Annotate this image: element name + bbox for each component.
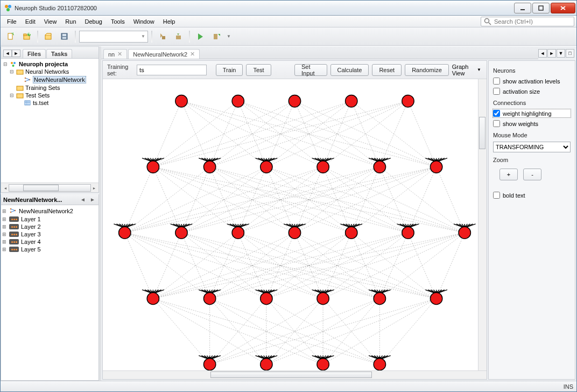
panel-nav-right-icon[interactable]: ► bbox=[12, 50, 20, 57]
svg-point-173 bbox=[288, 95, 300, 107]
show-weights-checkbox[interactable]: show weights bbox=[493, 120, 571, 128]
svg-point-198 bbox=[374, 358, 385, 370]
menu-window[interactable]: Window bbox=[129, 17, 159, 26]
svg-point-181 bbox=[430, 161, 442, 173]
clean-build-button[interactable] bbox=[172, 30, 186, 44]
show-activation-levels-checkbox[interactable]: show activation levels bbox=[493, 77, 571, 85]
tree-project-root[interactable]: Neuroph projecta bbox=[3, 60, 97, 68]
layer-icon bbox=[9, 216, 19, 222]
navigator-layer[interactable]: Layer 2 bbox=[2, 223, 97, 230]
svg-point-2 bbox=[6, 8, 10, 11]
status-bar: INS bbox=[1, 381, 576, 391]
window-minimize-button[interactable] bbox=[514, 3, 531, 13]
svg-point-20 bbox=[13, 62, 16, 64]
zoom-out-button[interactable]: - bbox=[523, 169, 541, 180]
tree-test-sets[interactable]: Test Sets bbox=[10, 92, 97, 99]
editor-tab-newneuralnetwork2[interactable]: NewNeuralNetwork2✕ bbox=[128, 49, 200, 59]
search-input[interactable] bbox=[494, 18, 572, 25]
files-tab[interactable]: Files bbox=[23, 49, 46, 58]
svg-rect-9 bbox=[24, 34, 26, 36]
menu-bar: File Edit View Run Debug Tools Window He… bbox=[1, 16, 576, 27]
project-tree-hscroll[interactable] bbox=[1, 183, 98, 192]
new-file-button[interactable]: + bbox=[4, 30, 18, 44]
randomize-button[interactable]: Randomize bbox=[405, 64, 449, 76]
menu-run[interactable]: Run bbox=[61, 17, 80, 26]
chevron-down-icon: ▼ bbox=[477, 67, 481, 72]
canvas-vscrollbar[interactable] bbox=[478, 79, 487, 379]
train-button[interactable]: Train bbox=[216, 64, 243, 76]
toolbar-separator bbox=[189, 31, 190, 43]
bold-text-checkbox[interactable]: bold text bbox=[493, 191, 571, 199]
svg-rect-16 bbox=[162, 36, 165, 39]
test-button[interactable]: Test bbox=[246, 64, 271, 76]
menu-help[interactable]: Help bbox=[159, 17, 180, 26]
set-input-button[interactable]: Set Input bbox=[294, 64, 327, 76]
svg-point-190 bbox=[203, 292, 215, 304]
mouse-mode-select[interactable]: TRANSFORMING bbox=[493, 142, 571, 152]
menu-tools[interactable]: Tools bbox=[107, 17, 129, 26]
project-tree[interactable]: Neuroph projecta Neural Networks NewNeur… bbox=[1, 59, 98, 183]
config-combo[interactable]: ▼ bbox=[79, 31, 148, 43]
tabs-scroll-right-icon[interactable]: ► bbox=[547, 49, 556, 58]
close-tab-icon[interactable]: ✕ bbox=[117, 51, 122, 58]
navigator-layer[interactable]: Layer 1 bbox=[2, 215, 97, 223]
layer-icon bbox=[9, 232, 19, 237]
search-box[interactable] bbox=[481, 17, 574, 26]
svg-rect-17 bbox=[176, 36, 181, 39]
folder-icon bbox=[16, 68, 24, 75]
neural-net-icon bbox=[9, 207, 17, 215]
svg-point-171 bbox=[175, 95, 187, 107]
menu-debug[interactable]: Debug bbox=[81, 17, 107, 26]
navigator-layer[interactable]: Layer 4 bbox=[2, 238, 97, 246]
navigator-tree[interactable]: NewNeuralNetwork2 Layer 1 Layer 2 Layer … bbox=[1, 205, 98, 255]
reset-button[interactable]: Reset bbox=[372, 64, 402, 76]
save-all-button[interactable] bbox=[58, 30, 72, 44]
weight-highlighting-checkbox[interactable]: weight highlighting bbox=[493, 109, 571, 117]
svg-point-184 bbox=[232, 227, 244, 239]
svg-point-174 bbox=[346, 95, 357, 107]
close-tab-icon[interactable]: ✕ bbox=[190, 51, 195, 58]
svg-point-183 bbox=[175, 227, 187, 239]
svg-rect-15 bbox=[62, 37, 66, 39]
tabs-scroll-left-icon[interactable]: ◄ bbox=[538, 49, 547, 58]
svg-point-178 bbox=[261, 161, 272, 173]
svg-rect-27 bbox=[17, 94, 23, 98]
navigator-root[interactable]: NewNeuralNetwork2 bbox=[2, 207, 97, 215]
run-button[interactable] bbox=[193, 30, 207, 44]
tree-nn-file[interactable]: NewNeuralNetwork bbox=[17, 75, 97, 84]
svg-point-192 bbox=[317, 292, 329, 304]
panel-nav-left-icon[interactable]: ◄ bbox=[79, 196, 87, 204]
tabs-dropdown-icon[interactable]: ▼ bbox=[557, 49, 565, 58]
activation-size-checkbox[interactable]: activation size bbox=[493, 87, 571, 95]
editor-tab-nn[interactable]: nn✕ bbox=[103, 49, 127, 59]
panel-nav-left-icon[interactable]: ◄ bbox=[3, 50, 12, 57]
debug-button[interactable] bbox=[209, 30, 223, 44]
navigator-layer[interactable]: Layer 3 bbox=[2, 230, 97, 238]
toolbar-separator bbox=[37, 31, 38, 43]
menu-edit[interactable]: Edit bbox=[21, 17, 40, 26]
view-mode-dropdown[interactable]: Graph View ▼ bbox=[452, 64, 482, 76]
run-dropdown[interactable]: ▼ bbox=[226, 30, 232, 44]
window-maximize-button[interactable] bbox=[532, 3, 550, 13]
calculate-button[interactable]: Calculate bbox=[330, 64, 369, 76]
tree-neural-networks[interactable]: Neural Networks bbox=[10, 68, 97, 75]
navigator-title: NewNeuralNetwork... bbox=[3, 197, 62, 203]
panel-nav-right-icon[interactable]: ► bbox=[89, 196, 96, 204]
maximize-editor-icon[interactable]: □ bbox=[566, 49, 574, 58]
open-button[interactable] bbox=[41, 30, 55, 44]
window-close-button[interactable] bbox=[551, 3, 575, 13]
zoom-in-button[interactable]: + bbox=[499, 169, 518, 180]
tree-training-sets[interactable]: Training Sets bbox=[10, 84, 97, 92]
layer-icon bbox=[9, 247, 19, 252]
menu-file[interactable]: File bbox=[3, 17, 21, 26]
tasks-tab[interactable]: Tasks bbox=[46, 49, 72, 58]
new-project-button[interactable]: + bbox=[20, 30, 34, 44]
canvas-hscrollbar[interactable] bbox=[103, 370, 487, 379]
training-set-input[interactable] bbox=[137, 65, 207, 75]
tree-ts-file[interactable]: ts.tset bbox=[17, 99, 97, 107]
network-graph-canvas[interactable] bbox=[103, 79, 487, 379]
navigator-layer[interactable]: Layer 5 bbox=[2, 246, 97, 253]
svg-point-176 bbox=[147, 161, 159, 173]
build-button[interactable] bbox=[156, 30, 170, 44]
menu-view[interactable]: View bbox=[40, 17, 61, 26]
